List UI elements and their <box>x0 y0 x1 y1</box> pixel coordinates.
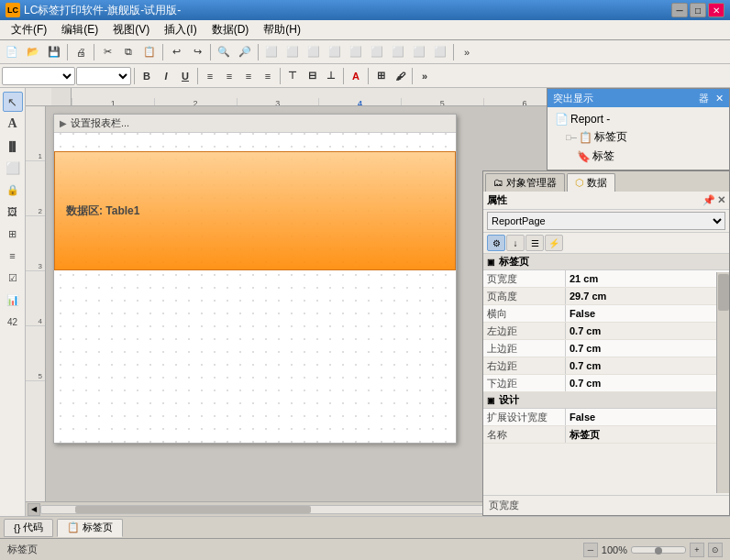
zoom-slider[interactable] <box>631 546 686 554</box>
props-tool-list[interactable]: ☰ <box>525 235 544 251</box>
object-selector[interactable]: ReportPage <box>487 212 725 230</box>
prop-key-margin-top: 上边距 <box>483 340 566 357</box>
prop-val-expand-design[interactable]: False <box>566 409 729 425</box>
props-scrollbar[interactable] <box>716 272 729 493</box>
highlight-panel-dock[interactable]: 器 ✕ <box>699 92 724 105</box>
vertical-align-mid-button[interactable]: ⊟ <box>303 67 321 85</box>
zoom-reset-button[interactable]: ⊙ <box>708 543 723 557</box>
font-size-select[interactable] <box>76 67 131 85</box>
font-name-select[interactable] <box>2 67 75 85</box>
minimize-button[interactable]: ─ <box>671 3 688 17</box>
vertical-align-top-button[interactable]: ⊤ <box>283 67 302 85</box>
tab-object-manager[interactable]: 🗂 对象管理器 <box>485 173 565 192</box>
underline-button[interactable]: U <box>176 67 194 85</box>
same-width-button[interactable]: ⬜ <box>409 42 429 62</box>
align-left-text-button[interactable]: ≡ <box>201 67 219 85</box>
zoom-out-status-button[interactable]: ─ <box>583 543 598 557</box>
props-tool-categories[interactable]: ⚙ <box>487 235 505 251</box>
align-bottom-button[interactable]: ⬜ <box>346 42 366 62</box>
cut-button[interactable]: ✂ <box>97 42 117 62</box>
data-band[interactable]: 数据区: Table1 <box>54 151 456 270</box>
align-center-text-button[interactable]: ≡ <box>220 67 238 85</box>
zoom-out-button[interactable]: 🔎 <box>235 42 255 62</box>
toolbar-sep-6 <box>453 44 454 60</box>
prop-margin-right: 右边距 0.7 cm <box>483 357 729 375</box>
vertical-align-bot-button[interactable]: ⊥ <box>322 67 340 85</box>
save-button[interactable]: 💾 <box>44 42 64 62</box>
number-tool[interactable]: 42 <box>3 312 23 332</box>
shape-tool[interactable]: ⬜ <box>3 158 23 178</box>
align-right-text-button[interactable]: ≡ <box>239 67 258 85</box>
bold-button[interactable]: B <box>138 67 156 85</box>
prop-val-page-width[interactable]: 21 cm <box>566 270 729 287</box>
check-tool[interactable]: ☑ <box>3 268 23 288</box>
align-left-button[interactable]: ⬜ <box>261 42 282 62</box>
lines-tool[interactable]: ≡ <box>3 246 23 266</box>
new-button[interactable]: 📄 <box>2 42 22 62</box>
zoom-in-button[interactable]: 🔍 <box>214 42 234 62</box>
highlight-panel-titlebar: 突出显示 器 ✕ <box>548 89 729 107</box>
copy-button[interactable]: ⧉ <box>118 42 138 62</box>
tree-node-report[interactable]: 📄 Report - <box>555 111 722 127</box>
distribute-v-button[interactable]: ⬜ <box>388 42 408 62</box>
prop-landscape: 横向 False <box>483 305 729 323</box>
more-button[interactable]: » <box>457 42 477 62</box>
tree-node-label[interactable]: 🔖 标签 <box>555 147 722 166</box>
prop-key-margin-bottom: 下边距 <box>483 375 566 391</box>
pointer-tool[interactable]: ↖ <box>3 92 23 112</box>
menu-help[interactable]: 帮助(H) <box>256 20 308 39</box>
align-top-button[interactable]: ⬜ <box>325 42 345 62</box>
barcode-tool[interactable]: ▐▌ <box>3 136 23 156</box>
text-tool[interactable]: A <box>3 114 23 134</box>
prop-val-landscape[interactable]: False <box>566 305 729 322</box>
hscroll-thumb[interactable] <box>75 506 311 513</box>
align-right-button[interactable]: ⬜ <box>304 42 324 62</box>
lock-tool[interactable]: 🔒 <box>3 180 23 200</box>
tab-code[interactable]: {} 代码 <box>4 519 53 537</box>
tab-data[interactable]: ⬡ 数据 <box>567 173 615 192</box>
menu-file[interactable]: 文件(F) <box>4 20 54 39</box>
maximize-button[interactable]: □ <box>690 3 706 17</box>
menu-insert[interactable]: 插入(I) <box>157 20 204 39</box>
align-justify-button[interactable]: ≡ <box>259 67 277 85</box>
redo-button[interactable]: ↪ <box>187 42 207 62</box>
props-tool-events[interactable]: ⚡ <box>545 235 563 251</box>
undo-button[interactable]: ↩ <box>166 42 186 62</box>
paste-button[interactable]: 📋 <box>139 42 160 62</box>
prop-val-margin-top[interactable]: 0.7 cm <box>566 340 729 357</box>
close-button[interactable]: ✕ <box>708 3 724 17</box>
zoom-slider-thumb[interactable] <box>655 547 662 555</box>
fill-color-button[interactable]: 🖌 <box>391 67 409 85</box>
prop-val-page-height[interactable]: 29.7 cm <box>566 288 729 304</box>
menu-view[interactable]: 视图(V) <box>105 20 157 39</box>
highlight-close-icon[interactable]: ✕ <box>715 93 724 104</box>
zoom-in-status-button[interactable]: + <box>690 543 704 557</box>
dock-close-button[interactable]: ✕ <box>717 194 725 206</box>
tree-node-label-page[interactable]: □─ 📋 标签页 <box>555 127 722 147</box>
props-tool-sort[interactable]: ↓ <box>506 235 525 251</box>
distribute-h-button[interactable]: ⬜ <box>367 42 387 62</box>
same-height-button[interactable]: ⬜ <box>430 42 450 62</box>
props-scroll-thumb[interactable] <box>718 274 729 311</box>
prop-val-margin-left[interactable]: 0.7 cm <box>566 323 729 339</box>
image-tool[interactable]: 🖼 <box>3 202 23 222</box>
menu-edit[interactable]: 编辑(E) <box>54 20 105 39</box>
italic-button[interactable]: I <box>157 67 175 85</box>
prop-val-margin-right[interactable]: 0.7 cm <box>566 357 729 374</box>
table-tool[interactable]: ⊞ <box>3 224 23 244</box>
print-button[interactable]: 🖨 <box>71 42 91 62</box>
align-center-button[interactable]: ⬜ <box>282 42 303 62</box>
prop-val-name[interactable]: 标签页 <box>566 426 729 443</box>
menu-data[interactable]: 数据(D) <box>205 20 257 39</box>
scroll-left-button[interactable]: ◀ <box>28 503 40 516</box>
more-format-button[interactable]: » <box>415 67 434 85</box>
tab-label-page[interactable]: 📋 标签页 <box>57 519 123 537</box>
setup-bar[interactable]: ▶ 设置报表栏... <box>54 115 456 133</box>
prop-val-margin-bottom[interactable]: 0.7 cm <box>566 375 729 391</box>
font-color-button[interactable]: A <box>347 67 365 85</box>
page-canvas[interactable]: ▶ 设置报表栏... 数据区: Table1 <box>53 114 457 444</box>
open-button[interactable]: 📂 <box>23 42 43 62</box>
dock-pin-button[interactable]: 📌 <box>702 194 715 206</box>
chart-tool[interactable]: 📊 <box>3 290 23 310</box>
border-button[interactable]: ⊞ <box>371 67 390 85</box>
